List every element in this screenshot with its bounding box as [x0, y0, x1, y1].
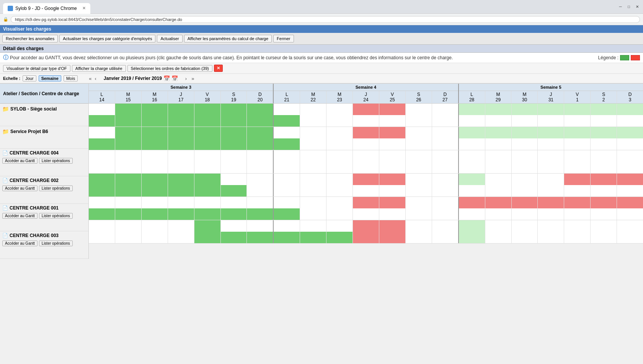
cell[interactable] — [142, 220, 168, 232]
cell[interactable] — [274, 174, 300, 185]
cell[interactable] — [326, 162, 353, 173]
cell[interactable] — [115, 174, 142, 185]
cell[interactable] — [326, 127, 353, 138]
cell[interactable] — [432, 115, 459, 127]
cell[interactable] — [432, 197, 459, 208]
cell[interactable] — [485, 220, 512, 232]
cell[interactable] — [142, 197, 168, 208]
cell[interactable] — [89, 185, 115, 197]
cell[interactable] — [142, 138, 168, 150]
cell[interactable] — [485, 208, 512, 220]
cell[interactable] — [617, 150, 643, 162]
cell[interactable] — [538, 162, 564, 173]
cell[interactable] — [89, 208, 115, 220]
cell[interactable] — [247, 127, 274, 138]
cell[interactable] — [432, 208, 459, 220]
cell[interactable] — [247, 220, 274, 232]
nav-first-button[interactable]: « — [88, 76, 93, 81]
cell[interactable] — [221, 127, 247, 138]
cell[interactable] — [300, 220, 326, 232]
cell[interactable] — [221, 208, 247, 220]
close-button[interactable]: ✕ — [635, 4, 640, 10]
cell[interactable] — [512, 104, 538, 115]
cell[interactable] — [300, 185, 326, 197]
cell[interactable] — [142, 150, 168, 162]
cell[interactable] — [353, 162, 379, 173]
cell[interactable] — [406, 174, 432, 185]
cell[interactable] — [115, 185, 142, 197]
show-params-button[interactable]: Afficher les paramètres du calcul de cha… — [184, 35, 272, 42]
cell[interactable] — [247, 208, 274, 220]
cell[interactable] — [617, 197, 643, 208]
cell[interactable] — [168, 208, 194, 220]
cell[interactable] — [512, 197, 538, 208]
cell[interactable] — [538, 138, 564, 150]
cell[interactable] — [564, 208, 591, 220]
cell[interactable] — [353, 208, 379, 220]
cell[interactable] — [115, 138, 142, 150]
cell[interactable] — [512, 232, 538, 243]
cell[interactable] — [617, 104, 643, 115]
cell[interactable] — [379, 232, 406, 243]
cell[interactable] — [538, 174, 564, 185]
cell[interactable] — [379, 104, 406, 115]
cell[interactable] — [115, 150, 142, 162]
cell[interactable] — [617, 208, 643, 220]
show-charge-button[interactable]: Afficher la charge utilisée — [72, 65, 126, 72]
cell[interactable] — [379, 162, 406, 173]
cell[interactable] — [221, 174, 247, 185]
detail-type-of-button[interactable]: Visualiser le détail par type d'OF — [3, 65, 70, 72]
cell[interactable] — [168, 232, 194, 243]
cell[interactable] — [432, 150, 459, 162]
list-ops-004-button[interactable]: Lister opérations — [39, 158, 73, 164]
tab-close-icon[interactable]: ✕ — [82, 6, 86, 11]
cell[interactable] — [379, 150, 406, 162]
cell[interactable] — [326, 138, 353, 150]
cell[interactable] — [142, 232, 168, 243]
cell[interactable] — [591, 185, 617, 197]
cell[interactable] — [353, 197, 379, 208]
cell[interactable] — [274, 197, 300, 208]
browser-tab[interactable]: Sylob 9 - JD - Google Chrome ✕ — [3, 3, 90, 14]
cell[interactable] — [379, 197, 406, 208]
cell[interactable] — [512, 150, 538, 162]
cell[interactable] — [247, 162, 274, 173]
scale-jour-button[interactable]: Jour — [23, 75, 36, 81]
cell[interactable] — [274, 138, 300, 150]
cell[interactable] — [379, 185, 406, 197]
cell[interactable] — [617, 232, 643, 243]
cell[interactable] — [538, 197, 564, 208]
cell[interactable] — [591, 197, 617, 208]
cell[interactable] — [432, 174, 459, 185]
cell[interactable] — [142, 104, 168, 115]
cell[interactable] — [89, 220, 115, 232]
cell[interactable] — [300, 232, 326, 243]
cell[interactable] — [274, 220, 300, 232]
cell[interactable] — [512, 115, 538, 127]
cell[interactable] — [89, 174, 115, 185]
cell[interactable] — [432, 138, 459, 150]
cell[interactable] — [326, 220, 353, 232]
cell[interactable] — [221, 104, 247, 115]
cell[interactable] — [221, 150, 247, 162]
cell[interactable] — [353, 138, 379, 150]
cell[interactable] — [168, 174, 194, 185]
cell[interactable] — [617, 185, 643, 197]
cell[interactable] — [194, 104, 221, 115]
cell[interactable] — [221, 138, 247, 150]
cell[interactable] — [274, 127, 300, 138]
cell[interactable] — [538, 104, 564, 115]
cell[interactable] — [221, 185, 247, 197]
gantt-004-button[interactable]: Accéder au Gantt — [2, 158, 38, 164]
cell[interactable] — [274, 185, 300, 197]
cell[interactable] — [379, 208, 406, 220]
update-button[interactable]: Actualiser — [157, 35, 182, 42]
cell[interactable] — [591, 208, 617, 220]
minimize-button[interactable]: ─ — [618, 4, 623, 10]
cell[interactable] — [459, 232, 485, 243]
cell[interactable] — [142, 174, 168, 185]
cell[interactable] — [300, 104, 326, 115]
cell[interactable] — [538, 208, 564, 220]
cell[interactable] — [247, 197, 274, 208]
cell[interactable] — [326, 185, 353, 197]
